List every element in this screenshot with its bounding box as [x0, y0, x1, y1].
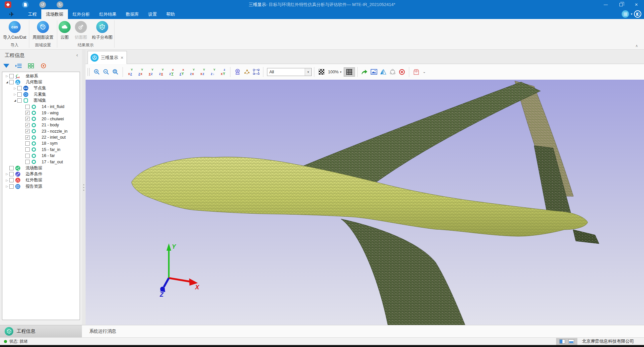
visibility-checkbox[interactable] — [17, 98, 22, 103]
tree-item-label[interactable]: 面域集 — [34, 98, 46, 103]
visibility-checkbox[interactable] — [25, 141, 30, 146]
expand-arrow-icon[interactable]: ▷ — [13, 93, 17, 96]
tree-item-label[interactable]: 报告资源 — [26, 184, 42, 189]
tree-item-label[interactable]: 17 - far_out — [42, 160, 63, 164]
tree-row[interactable]: ✓20 - chuiwei — [2, 116, 80, 122]
theme-grid-button[interactable] — [622, 10, 629, 18]
tree-row[interactable]: ▷边界条件 — [2, 171, 80, 177]
display-filter-select[interactable]: All ▾ — [267, 68, 312, 76]
list-view-icon[interactable] — [15, 62, 22, 69]
visibility-checkbox[interactable] — [9, 166, 14, 170]
zoom-out-button[interactable] — [102, 67, 111, 77]
cas-import-button[interactable]: cas导入Cas/Dat — [0, 20, 29, 40]
expand-arrow-icon[interactable]: ▷ — [5, 179, 9, 182]
tree-row[interactable]: 15 - far_in — [2, 147, 80, 153]
tree-item-label[interactable]: 几何数据 — [26, 79, 42, 85]
visibility-checkbox[interactable] — [25, 147, 30, 152]
redo-button[interactable]: ↻ — [57, 1, 63, 8]
rect-select-button[interactable] — [251, 67, 261, 77]
expand-arrow-icon[interactable]: ▷ — [5, 172, 9, 176]
view-orient-5-button[interactable]: xzY — [166, 67, 176, 77]
snapshot-button[interactable] — [369, 67, 379, 77]
tree-row[interactable]: ▷红外数据 — [2, 177, 80, 183]
menu-item-1[interactable]: 工程 — [23, 9, 41, 19]
tree-item-label[interactable]: 16 - far — [42, 153, 55, 158]
menu-item-3[interactable]: 红外分析 — [68, 9, 95, 19]
tree-row[interactable]: 流场数据 — [2, 165, 80, 171]
panel-splitter[interactable] — [82, 50, 86, 325]
particle-map-button[interactable]: 粒子分布图 — [90, 20, 115, 40]
tree-row[interactable]: 14 - int_fluid — [2, 104, 80, 110]
view-orient-4-button[interactable]: Yzx — [156, 67, 166, 77]
tree-item-label[interactable]: 21 - body — [42, 123, 59, 127]
tree-row[interactable]: ▷Yxz坐标系 — [2, 73, 80, 79]
orbit-sphere-button[interactable] — [388, 67, 397, 77]
export-share-button[interactable] — [360, 67, 369, 77]
visibility-checkbox[interactable] — [9, 80, 14, 84]
mirror-button[interactable] — [379, 67, 388, 77]
tree-row[interactable]: 16 - far — [2, 153, 80, 159]
target-icon[interactable] — [40, 62, 47, 69]
tree-row[interactable]: ✓21 - body — [2, 122, 80, 128]
visibility-checkbox[interactable] — [9, 184, 14, 189]
view-orient-10-button[interactable]: zxY — [218, 67, 228, 77]
tree-item-label[interactable]: 15 - far_in — [42, 147, 60, 152]
new-document-button[interactable] — [22, 1, 29, 8]
tree-row[interactable]: ✓23 - nozzle_in — [2, 128, 80, 134]
visibility-checkbox[interactable]: ✓ — [25, 117, 30, 121]
restore-button[interactable] — [613, 0, 629, 9]
tree-item-label[interactable]: 红外数据 — [26, 177, 42, 183]
zoom-in-button[interactable] — [92, 67, 102, 77]
node-select-button[interactable] — [242, 67, 251, 77]
expand-arrow-icon[interactable]: ▷ — [13, 87, 17, 90]
visibility-checkbox[interactable] — [25, 105, 30, 109]
menu-item-5[interactable]: 数据库 — [121, 9, 144, 19]
tab-3d-view[interactable]: 三维显示 ✕ — [88, 51, 127, 64]
tree-item-label[interactable]: 18 - sym — [42, 141, 58, 146]
tree-item-label[interactable]: 坐标系 — [26, 73, 38, 79]
grid-view-icon[interactable] — [27, 62, 35, 69]
clear-cancel-button[interactable] — [397, 67, 407, 77]
visibility-checkbox[interactable] — [17, 86, 22, 90]
tree-row[interactable]: 17 - far_out — [2, 159, 80, 165]
tree-item-label[interactable]: 22 - inlet_out — [42, 135, 66, 140]
tree-row[interactable]: ▷元素集 — [2, 91, 80, 97]
expand-arrow-icon[interactable]: ◢ — [5, 81, 9, 84]
tree-row[interactable]: 18 - sym — [2, 140, 80, 146]
layout-left-panel-icon[interactable] — [559, 339, 565, 344]
period-face-button[interactable]: 周期面设置 — [29, 20, 57, 40]
zoom-percent-dropdown[interactable]: 100% ▾ — [328, 70, 342, 74]
cloud-map-button[interactable]: 云图 — [57, 20, 72, 40]
collapse-ribbon-button[interactable]: ∧ — [635, 44, 638, 48]
panel-collapse-button[interactable]: ‹ — [76, 52, 78, 58]
viewport-3d[interactable]: Y X Z — [86, 80, 644, 325]
undo-button[interactable]: ↺ — [39, 1, 46, 8]
visibility-checkbox[interactable] — [9, 74, 14, 78]
expand-arrow-icon[interactable]: ◢ — [13, 99, 17, 102]
app-icon[interactable] — [5, 1, 11, 8]
expand-arrow-icon[interactable]: ▷ — [5, 185, 9, 188]
layout-bottom-panel-icon[interactable] — [568, 339, 574, 344]
visibility-checkbox[interactable]: ✓ — [25, 123, 30, 127]
combo-dropdown-icon[interactable]: ▾ — [305, 68, 311, 76]
view-orient-7-button[interactable]: Yzx — [187, 67, 197, 77]
visibility-checkbox[interactable] — [25, 154, 30, 158]
visibility-checkbox[interactable] — [9, 178, 14, 182]
tree-item-label[interactable]: 14 - int_fluid — [42, 104, 64, 109]
zoom-fit-button[interactable] — [111, 67, 120, 77]
tree-item-label[interactable]: 边界条件 — [26, 171, 42, 177]
tree-item-label[interactable]: 20 - chuiwei — [42, 117, 64, 121]
package-button[interactable] — [412, 67, 421, 77]
tree-row[interactable]: ◢几何数据 — [2, 79, 80, 85]
tree-item-label[interactable]: 19 - wing — [42, 111, 59, 115]
minimize-button[interactable]: — — [598, 0, 613, 9]
view-orient-2-button[interactable]: Yzx — [136, 67, 145, 77]
tree-row[interactable]: ✓19 - wing — [2, 110, 80, 116]
visibility-checkbox[interactable]: ✓ — [25, 111, 30, 115]
tab-close-icon[interactable]: ✕ — [121, 56, 124, 60]
tree-item-label[interactable]: 节点集 — [34, 85, 46, 91]
tree-row[interactable]: ✓22 - inlet_out — [2, 134, 80, 140]
filter-icon[interactable] — [3, 62, 10, 69]
transparency-checker-button[interactable] — [317, 67, 326, 77]
tree-row[interactable]: ◢面域集 — [2, 98, 80, 104]
